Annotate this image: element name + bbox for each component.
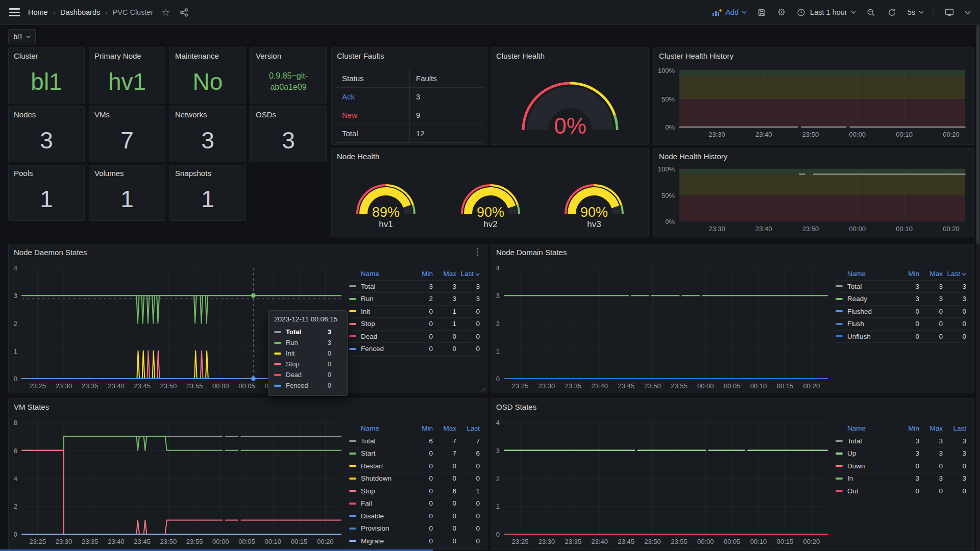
legend-row[interactable]: Run233 (349, 293, 480, 306)
panel-title[interactable]: Cluster Health (496, 52, 545, 60)
breadcrumb-separator: › (53, 9, 55, 16)
legend-header[interactable]: NameMinMaxLast (836, 422, 966, 435)
stat-title[interactable]: Primary Node (94, 52, 141, 60)
tv-mode-icon[interactable] (944, 7, 955, 18)
x-tick-label: 23:30 (708, 131, 725, 138)
legend-row[interactable]: Stop061 (349, 485, 480, 498)
star-icon[interactable]: ☆ (161, 8, 170, 17)
vm-states-chart[interactable]: 0246823:2523:3023:3523:4023:4523:5023:55… (22, 422, 341, 534)
legend-row[interactable]: Start076 (349, 447, 480, 460)
y-tick-label: 4 (14, 264, 17, 272)
vertical-scrollbar-thumb[interactable] (976, 25, 979, 244)
breadcrumb-dashboards[interactable]: Dashboards (60, 8, 100, 16)
chevron-down-icon (742, 11, 747, 14)
panel-title[interactable]: Node Health (337, 152, 379, 161)
x-tick-label: 23:25 (512, 382, 529, 390)
legend-row[interactable]: Total333 (349, 281, 480, 293)
vertical-scrollbar[interactable] (976, 25, 980, 551)
y-tick-label: 1 (496, 347, 500, 355)
fault-count: 12 (409, 124, 483, 143)
y-tick-label: 100% (658, 165, 675, 173)
legend-row[interactable]: Up333 (836, 447, 966, 460)
add-panel-icon (712, 9, 722, 16)
panel-title[interactable]: Cluster Faults (337, 52, 384, 60)
legend-row[interactable]: Stop010 (349, 318, 480, 331)
x-tick-label: 23:40 (108, 382, 125, 390)
panel-node-health: Node Health 89%hv1 90%hv2 90%hv3 (331, 148, 649, 237)
stat-title[interactable]: Volumes (94, 169, 124, 178)
legend-row[interactable]: Shutdown000 (349, 472, 480, 485)
legend-row[interactable]: Dead000 (349, 331, 480, 343)
x-tick-label: 23:40 (755, 225, 772, 233)
faults-col-faults[interactable]: Faults (409, 69, 483, 88)
gear-icon[interactable]: ⚙ (777, 8, 786, 17)
legend-row[interactable]: Init010 (349, 306, 480, 318)
svg-text:0%: 0% (554, 113, 586, 138)
kebab-menu-icon[interactable]: ⋮ (473, 247, 482, 256)
legend-row[interactable]: Provision000 (349, 522, 480, 535)
stat-title[interactable]: Cluster (14, 52, 38, 60)
time-range-picker[interactable]: Last 1 hour (795, 7, 856, 18)
stat-title[interactable]: OSDs (256, 110, 276, 119)
panel-cluster-faults: Cluster Faults StatusFaultsAck3New9Total… (331, 47, 487, 145)
legend-row[interactable]: Unflush000 (836, 331, 966, 343)
legend-row[interactable]: Restart000 (349, 460, 480, 473)
legend-row[interactable]: Flushed000 (836, 306, 966, 318)
stat-title[interactable]: Networks (175, 110, 207, 119)
legend-row[interactable]: Migrate000 (349, 535, 480, 548)
legend-row[interactable]: In333 (836, 472, 966, 485)
refresh-interval-picker[interactable]: 5s (908, 8, 924, 16)
vm-states-legend: NameMinMaxLastTotal677Start076Restart000… (349, 422, 480, 547)
stat-title[interactable]: Version (256, 52, 281, 60)
node-domain-states-chart[interactable]: 0123423:2523:3023:3523:4023:4523:5023:55… (504, 268, 827, 379)
faults-col-status[interactable]: Status (336, 69, 409, 88)
legend-row[interactable]: Fail000 (349, 497, 480, 510)
stat-title[interactable]: Maintenance (175, 52, 219, 60)
svg-text:hv3: hv3 (587, 219, 601, 229)
panel-resize-handle[interactable] (481, 387, 486, 392)
cluster-health-history-chart[interactable]: 0%50%100%23:3023:4023:5000:0000:1000:20 (679, 70, 965, 127)
zoom-out-icon[interactable] (866, 7, 877, 18)
stat-title[interactable]: Pools (14, 169, 33, 178)
y-tick-label: 0% (665, 218, 675, 226)
stat-title[interactable]: Nodes (14, 110, 36, 119)
legend-row[interactable]: Flush000 (836, 318, 966, 331)
legend-row[interactable]: Down000 (836, 460, 966, 473)
save-dashboard-icon[interactable] (756, 7, 768, 18)
node-health-history-chart[interactable]: 0%50%100%23:3023:4023:5000:0000:1000:20 (679, 169, 965, 221)
panel-node-daemon-states: Node Daemon States ⋮ 0123423:2523:3023:3… (8, 244, 487, 393)
y-tick-label: 0 (14, 375, 17, 383)
legend-row[interactable]: Total677 (349, 435, 480, 448)
breadcrumb-home[interactable]: Home (28, 8, 48, 16)
legend-row[interactable]: Ready333 (836, 293, 966, 306)
legend-header[interactable]: NameMinMaxLast (349, 422, 480, 435)
osd-states-chart[interactable]: 0123423:2523:3023:3523:4023:4523:5023:55… (504, 422, 827, 534)
menu-icon[interactable] (9, 8, 20, 16)
legend-row[interactable]: Disable000 (349, 510, 480, 523)
legend-row[interactable]: Total333 (836, 435, 966, 448)
panel-title[interactable]: OSD States (496, 403, 536, 411)
legend-header[interactable]: NameMinMaxLast (836, 268, 966, 281)
stat-title[interactable]: VMs (94, 110, 110, 119)
legend-row[interactable]: Total333 (836, 281, 966, 293)
add-panel-button[interactable]: Add (712, 8, 747, 16)
panel-title[interactable]: VM States (14, 403, 49, 411)
y-tick-label: 4 (496, 419, 500, 427)
legend-row[interactable]: Fenced000 (349, 343, 480, 356)
panel-title[interactable]: Node Health History (659, 152, 727, 161)
stat-panel: VMs7 (89, 106, 165, 162)
cluster-variable-dropdown[interactable]: bl1 (8, 29, 36, 44)
y-tick-label: 50% (662, 191, 675, 199)
osd-states-legend: NameMinMaxLastTotal333Up333Down000In333O… (836, 422, 966, 497)
panel-title[interactable]: Node Domain States (496, 248, 567, 257)
legend-row[interactable]: Out000 (836, 485, 966, 498)
legend-header[interactable]: NameMinMaxLast (349, 268, 480, 281)
stat-title[interactable]: Snapshots (175, 169, 211, 178)
stat-value: 1 (9, 178, 84, 220)
panel-title[interactable]: Cluster Health History (659, 52, 733, 60)
refresh-icon[interactable] (887, 7, 898, 18)
y-tick-label: 0 (496, 375, 500, 383)
panel-title[interactable]: Node Daemon States (14, 248, 87, 257)
chevron-down-icon[interactable] (965, 11, 971, 14)
share-icon[interactable] (178, 7, 189, 18)
